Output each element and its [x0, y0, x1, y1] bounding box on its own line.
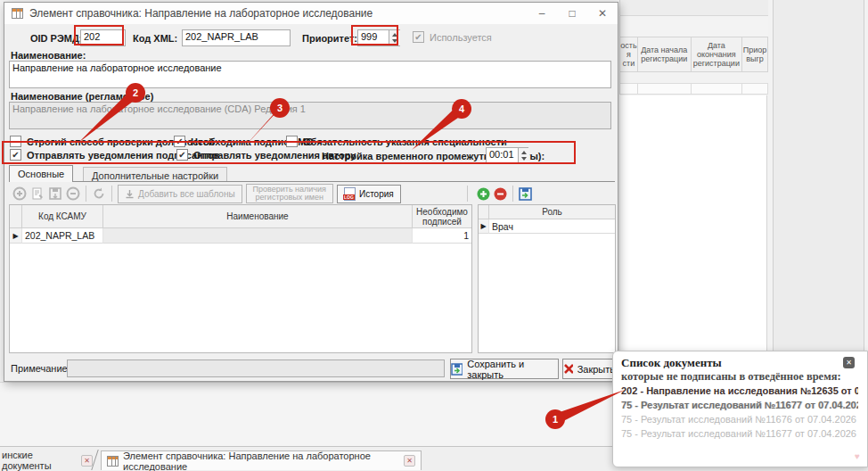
toolbar-separator [512, 186, 513, 202]
table-row[interactable]: ▶ 202_NAPR_LAB 1 [10, 228, 471, 244]
regulated-name-label: Наименование (регламетное) [11, 91, 153, 102]
mo-sign-checkbox[interactable]: ✔ [174, 136, 185, 147]
add-icon[interactable] [12, 186, 27, 201]
note-label: Примечание: [11, 363, 70, 374]
tab-divider [9, 181, 615, 182]
bg-filter-cell[interactable] [742, 83, 768, 95]
bg-table-header: ость я сти Дата начала регистрации Дата … [619, 37, 768, 95]
col-role[interactable]: Роль [489, 205, 615, 219]
interval-spinner[interactable] [518, 148, 529, 163]
notify-signers-checkbox[interactable]: ✔ [10, 149, 21, 161]
col-name[interactable]: Наименование [103, 205, 413, 228]
close-dialog-button[interactable]: Закрыть [562, 359, 616, 379]
col-ksamu-code[interactable]: Код КСАМУ [22, 205, 103, 228]
popup-list-item[interactable]: 75 - Результат исследований №11677 от 07… [621, 426, 858, 441]
dialog-titlebar[interactable]: Элемент справочника: Направление на лабо… [4, 3, 618, 24]
bg-top-strip [619, 0, 768, 16]
close-label: Закрыть [577, 364, 615, 375]
dialog-title: Элемент справочника: Направление на лабо… [29, 7, 373, 20]
history-button[interactable]: LOG История [337, 185, 401, 203]
save-and-close-label: Сохранить и закрыть [467, 359, 558, 380]
cell-ksamu-code[interactable]: 202_NAPR_LAB [22, 228, 103, 244]
tab-dictionary-element[interactable]: Элемент справочника: Направление на лабо… [101, 450, 422, 470]
table-grid-icon [12, 8, 23, 19]
history-log-icon: LOG [344, 187, 356, 201]
dictionary-element-dialog: Элемент справочника: Направление на лабо… [4, 2, 618, 382]
toolbar-separator [111, 186, 112, 202]
remove-icon[interactable] [66, 186, 80, 201]
close-x-icon [563, 363, 573, 375]
notify-author-checkbox[interactable]: ✔ [176, 149, 188, 161]
close-button[interactable]: ✕ [587, 3, 618, 24]
row-pointer-icon: ▶ [479, 219, 489, 234]
tab-close-icon[interactable]: ✕ [81, 455, 93, 467]
role-add-icon[interactable] [477, 187, 490, 201]
popup-subtitle: которые не подписаны в отведённое время: [621, 370, 858, 384]
bg-empty-area [0, 382, 619, 446]
history-label: История [359, 189, 394, 199]
check-register-names-button[interactable]: Проверить наличия регистровых имен [246, 184, 333, 203]
xml-code-input[interactable]: 202_NAPR_LAB [182, 29, 291, 46]
cell-signs-needed[interactable]: 1 [413, 228, 471, 244]
bg-filter-cell[interactable] [692, 83, 743, 95]
roles-table: Роль ▶ Врач [478, 204, 616, 353]
toolbar-separator [467, 186, 468, 202]
templates-toolbar: Добавить все шаблоны Проверить наличия р… [9, 183, 615, 204]
priority-spinner[interactable] [389, 30, 400, 45]
strict-check-checkbox[interactable] [10, 136, 21, 147]
bg-col-priority: Приор выгр [742, 37, 768, 72]
role-remove-icon[interactable] [494, 187, 507, 201]
cell-name[interactable] [103, 228, 413, 244]
regulated-name-input: Направление на лабораторное исследование… [9, 102, 611, 129]
toolbar-separator [86, 186, 86, 202]
bg-filter-cell[interactable] [638, 83, 692, 95]
add-all-templates-button[interactable]: Добавить все шаблоны [118, 185, 242, 203]
row-pointer-icon: ▶ [10, 228, 22, 244]
name-label: Наименование: [11, 50, 86, 61]
row-indicator-header [10, 205, 22, 228]
bg-filter-cell[interactable] [620, 83, 638, 95]
popup-list-item[interactable]: 202 - Направление на исследования №12635… [621, 384, 858, 398]
templates-table: Код КСАМУ Наименование Необходимо подпис… [9, 204, 472, 353]
tab-close-icon[interactable]: ✕ [404, 455, 415, 467]
maximize-button[interactable]: □ [557, 3, 587, 24]
minimize-button[interactable]: – [527, 3, 557, 24]
tab-extra-settings[interactable]: Дополнительные настройки [83, 167, 227, 182]
unsigned-documents-popup: ✕ Список документы которые не подписаны … [612, 351, 868, 467]
used-label: Используется [430, 32, 492, 43]
speciality-required-label: Обязательность указания специальности [303, 136, 507, 147]
tab-main[interactable]: Основные [9, 165, 73, 182]
speciality-required-checkbox[interactable] [286, 136, 298, 147]
edit-document-icon[interactable] [30, 186, 45, 201]
speciality-required-row: Обязательность указания специальности [286, 136, 507, 147]
name-input[interactable]: Направление на лабораторное исследование [9, 61, 611, 88]
used-checkbox[interactable]: ✔ [413, 31, 424, 43]
table-row[interactable]: ▶ Врач [479, 219, 615, 234]
bg-toolbar-strip [619, 16, 768, 37]
save-icon [451, 363, 463, 376]
check-register-names-label: Проверить наличия регистровых имен [253, 186, 326, 202]
popup-close-icon[interactable]: ✕ [843, 357, 855, 368]
popup-list-item[interactable]: 75 - Результат исследований №11677 от 07… [621, 398, 858, 412]
used-checkbox-row: ✔ Используется [413, 31, 492, 43]
tab-label: Элемент справочника: Направление на лабо… [123, 450, 399, 471]
col-signs-needed[interactable]: Необходимо подписей [413, 205, 471, 228]
tab-medical-documents[interactable]: инские документы ✕ [0, 450, 93, 470]
bg-col-date-start: Дата начала регистрации [638, 37, 692, 72]
table-grid-icon [107, 456, 119, 467]
note-input[interactable] [67, 359, 445, 377]
priority-label: Приоритет: [302, 33, 357, 44]
heart-icon: ♥ [855, 451, 860, 461]
bg-col-speciality: ость я сти [620, 37, 638, 72]
role-save-icon[interactable] [519, 187, 532, 201]
bg-col-date-end: Дата окончания регистрации [692, 37, 743, 72]
save-and-close-button[interactable]: Сохранить и закрыть [450, 359, 559, 379]
oid-input[interactable]: 202 [80, 29, 126, 46]
popup-list-item[interactable]: 75 - Результат исследований №11676 от 07… [621, 412, 858, 426]
refresh-icon[interactable] [92, 186, 106, 201]
oid-label: OID РЭМД: [30, 33, 82, 44]
tab-label: инские документы [2, 450, 77, 471]
cell-role[interactable]: Врач [489, 219, 615, 234]
save-icon[interactable] [48, 186, 62, 201]
add-all-templates-label: Добавить все шаблоны [138, 189, 235, 199]
